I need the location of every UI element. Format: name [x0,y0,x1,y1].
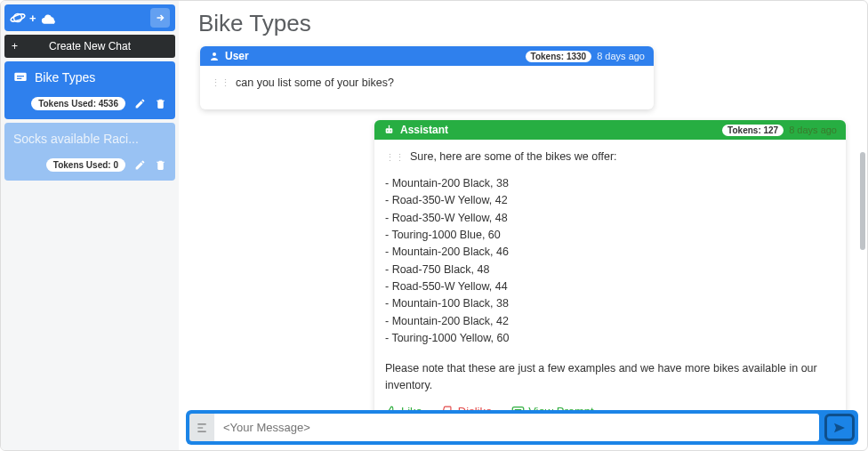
svg-point-1 [10,12,26,22]
plus-icon: + [12,40,18,52]
list-item: Road-550-W Yellow, 44 [385,278,835,295]
assistant-role-label: Assistant [400,124,448,136]
scrollbar-thumb[interactable] [860,152,865,250]
user-icon [209,51,220,61]
timestamp: 8 days ago [789,125,837,135]
list-item: Touring-1000 Yellow, 60 [385,330,835,347]
bike-list: Mountain-200 Black, 38Road-350-W Yellow,… [385,175,835,348]
delete-chat-button[interactable] [155,98,166,109]
message-composer [186,410,858,445]
list-item: Mountain-100 Black, 38 [385,295,835,312]
list-item: Road-350-W Yellow, 42 [385,192,835,209]
assistant-intro-text: Sure, here are some of the bikes we offe… [410,149,617,165]
create-new-chat-label: Create New Chat [4,40,175,52]
sidebar-header: + [4,4,175,31]
tokens-badge: Tokens: 1330 [526,51,592,62]
delete-chat-button[interactable] [155,159,166,171]
user-message-text: can you list some of your bikes? [236,75,394,92]
cloud-icon [40,11,58,25]
message-input[interactable] [214,414,819,441]
svg-rect-4 [386,128,393,133]
assistant-footer-note: Please note that these are just a few ex… [385,360,835,395]
planet-icon [10,10,26,26]
tokens-used-badge: Tokens Used: 0 [46,158,125,172]
assistant-message: Assistant Tokens: 127 8 days ago ⋮⋮ Sure… [374,120,846,411]
scrollbar-track[interactable] [858,54,865,406]
brand-icons: + [10,10,58,26]
edit-chat-button[interactable] [134,159,146,171]
sidebar-chat-item-active[interactable]: Bike Types Tokens Used: 4536 [4,61,175,119]
sidebar: + + Create New Chat Bike Types Tokens Us… [1,1,179,450]
user-message-body: ⋮⋮ can you list some of your bikes? [200,66,654,109]
page-title: Bike Types [179,1,867,43]
message-thread: User Tokens: 1330 8 days ago ⋮⋮ can you … [179,43,867,411]
robot-icon [383,125,395,136]
assistant-message-header: Assistant Tokens: 127 8 days ago [374,120,846,140]
assistant-message-body: ⋮⋮ Sure, here are some of the bikes we o… [374,140,846,403]
svg-point-7 [389,125,390,127]
list-item: Mountain-200 Black, 46 [385,244,835,261]
tokens-badge: Tokens: 127 [722,125,784,136]
send-button[interactable] [824,414,855,441]
collapse-sidebar-button[interactable] [150,8,170,28]
app-root: + + Create New Chat Bike Types Tokens Us… [0,0,868,451]
list-item: Road-350-W Yellow, 48 [385,210,835,227]
chat-icon [13,71,28,84]
create-new-chat-button[interactable]: + Create New Chat [4,35,175,58]
list-item: Road-750 Black, 48 [385,262,835,278]
main-panel: Bike Types User Tokens: 1330 8 days ago [179,1,867,450]
drag-handle-icon: ⋮⋮ [211,76,230,91]
svg-point-6 [390,130,390,131]
sidebar-chat-item[interactable]: Socks available Raci... Tokens Used: 0 [4,123,175,181]
composer-prefix-icon[interactable] [189,414,214,441]
user-message: User Tokens: 1330 8 days ago ⋮⋮ can you … [200,46,654,109]
user-role-label: User [225,50,249,62]
chat-title: Bike Types [35,70,95,85]
chat-title: Socks available Raci... [13,132,139,146]
list-item: Touring-1000 Blue, 60 [385,227,835,244]
list-item: Mountain-200 Black, 38 [385,175,835,192]
tokens-used-badge: Tokens Used: 4536 [31,97,125,110]
svg-point-3 [213,52,216,56]
svg-point-5 [387,130,388,131]
user-message-header: User Tokens: 1330 8 days ago [200,46,654,66]
timestamp: 8 days ago [597,51,645,61]
list-item: Mountain-200 Black, 42 [385,313,835,330]
edit-chat-button[interactable] [134,98,146,109]
drag-handle-icon: ⋮⋮ [385,150,405,165]
